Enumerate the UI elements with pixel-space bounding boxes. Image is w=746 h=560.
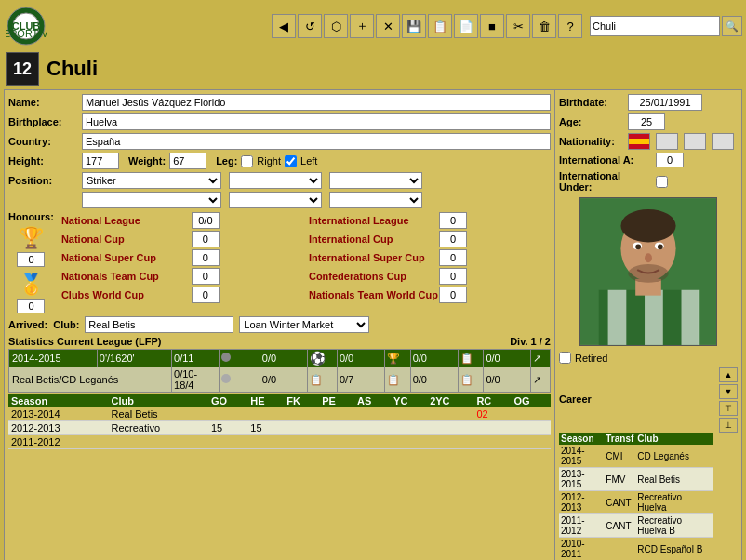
national-super-cup-label: National Super Cup bbox=[61, 252, 192, 263]
team-name: Real Betis/CD Leganés bbox=[9, 367, 172, 393]
position-sub-select1[interactable] bbox=[229, 172, 322, 189]
name-row: Name: bbox=[8, 94, 551, 111]
intl-under-checkbox[interactable] bbox=[656, 176, 668, 188]
name-input[interactable] bbox=[82, 94, 551, 111]
nationals-team-cup-val[interactable] bbox=[192, 268, 220, 285]
toolbar-btn-prev[interactable]: ◀ bbox=[272, 14, 296, 38]
season-cell-two_yc bbox=[427, 407, 473, 421]
intl-super-cup-label: International Super Cup bbox=[309, 252, 439, 263]
toolbar-btn-save1[interactable]: 💾 bbox=[402, 14, 426, 38]
right-leg-checkbox[interactable] bbox=[241, 155, 253, 167]
career-cell-transf: CMI bbox=[604, 445, 635, 468]
national-super-cup-val[interactable] bbox=[192, 249, 220, 266]
svg-point-14 bbox=[635, 244, 641, 249]
toolbar-btn-delete[interactable]: 🗑 bbox=[532, 14, 556, 38]
svg-rect-8 bbox=[608, 290, 627, 345]
svg-point-17 bbox=[628, 264, 668, 283]
toolbar-btn-refresh[interactable]: ↺ bbox=[298, 14, 322, 38]
intl-super-cup-val[interactable] bbox=[439, 249, 467, 266]
nationals-team-world-cup-val[interactable] bbox=[439, 287, 467, 303]
national-cup-val[interactable] bbox=[192, 231, 220, 247]
toolbar-btn-save2[interactable]: 📋 bbox=[428, 14, 452, 38]
toolbar-btn-hex[interactable]: ⬡ bbox=[324, 14, 348, 38]
intl-cup-label: International Cup bbox=[309, 233, 439, 245]
season-cell-og bbox=[512, 421, 551, 435]
svg-rect-9 bbox=[645, 290, 663, 345]
col-fk: FK bbox=[284, 394, 319, 407]
season-cell-as bbox=[354, 421, 391, 435]
season-cell-go bbox=[208, 435, 247, 449]
honours-section: Honours: 🏆 🥇 bbox=[8, 211, 551, 313]
birthplace-label: Birthplace: bbox=[8, 116, 78, 127]
season-cell-club: Recreativo bbox=[108, 421, 207, 435]
career-nav-top[interactable]: ⊤ bbox=[719, 401, 738, 416]
confederations-cup-val[interactable] bbox=[439, 268, 467, 285]
retired-checkbox[interactable] bbox=[559, 352, 571, 364]
toolbar-btn-close[interactable]: ✕ bbox=[376, 14, 400, 38]
intl-under-label: International Under: bbox=[559, 170, 652, 193]
toolbar: CLUB DEPORTIVO ◀ ↺ ⬡ ＋ ✕ 💾 📋 📄 ■ ✂ 🗑 ? 🔍 bbox=[0, 0, 746, 50]
nationality-label: Nationality: bbox=[559, 136, 624, 147]
player-search-input[interactable] bbox=[590, 16, 720, 36]
stat2-2: 0/0 bbox=[260, 367, 307, 393]
toolbar-btn-help[interactable]: ? bbox=[558, 14, 582, 38]
career-nav-bottom[interactable]: ⊥ bbox=[719, 418, 738, 433]
intl-cup-val[interactable] bbox=[439, 231, 467, 247]
age-label: Age: bbox=[559, 116, 624, 127]
player-header: 12 Chuli bbox=[0, 50, 746, 87]
position-extra-select2[interactable] bbox=[229, 192, 322, 208]
club-input[interactable] bbox=[85, 316, 233, 333]
clubs-world-cup-label: Clubs World Cup bbox=[61, 289, 192, 300]
statistics-section: Statistics Current League (LFP) Div. 1 /… bbox=[8, 336, 551, 449]
toolbar-btn-copy[interactable]: 📄 bbox=[454, 14, 478, 38]
season-cell-yc bbox=[391, 435, 427, 449]
loan-select[interactable]: Loan Winter Market bbox=[239, 316, 369, 333]
height-input[interactable] bbox=[82, 153, 119, 169]
season-cell-he bbox=[247, 435, 284, 449]
intl-cup-row: International Cup bbox=[307, 230, 551, 248]
toolbar-btn-stop[interactable]: ■ bbox=[480, 14, 504, 38]
season-history-table: Season Club GO HE FK PE AS YC 2YC RC OG … bbox=[8, 394, 551, 449]
nationals-team-cup-label: Nationals Team Cup bbox=[61, 271, 192, 282]
col-season: Season bbox=[8, 394, 108, 407]
honours-grid: National League National Cup National Su… bbox=[60, 211, 551, 304]
name-label: Name: bbox=[8, 97, 78, 108]
age-input[interactable] bbox=[628, 113, 665, 130]
career-cell-season: 2011-2012 bbox=[559, 514, 604, 538]
stat3-2: 0/7 bbox=[337, 367, 384, 393]
hwl-row: Height: Weight: Leg: Right Left bbox=[8, 153, 551, 169]
birthdate-label: Birthdate: bbox=[559, 97, 624, 108]
position-extra-select1[interactable] bbox=[82, 192, 221, 208]
player-search-button[interactable]: 🔍 bbox=[722, 16, 742, 36]
toolbar-btn-cut[interactable]: ✂ bbox=[506, 14, 530, 38]
weight-input[interactable] bbox=[169, 153, 206, 169]
country-row: Country: bbox=[8, 133, 551, 150]
trophy2-val[interactable] bbox=[17, 299, 45, 313]
career-cell-club: CD Leganés bbox=[635, 445, 713, 468]
left-leg-checkbox[interactable] bbox=[285, 155, 297, 167]
position-select[interactable]: Striker bbox=[82, 172, 221, 189]
career-nav-down[interactable]: ▼ bbox=[719, 384, 738, 399]
intl-league-val[interactable] bbox=[439, 212, 467, 229]
season-cell-rc: 02 bbox=[473, 407, 511, 421]
nationality-extra2 bbox=[684, 133, 706, 150]
national-league-val[interactable] bbox=[192, 212, 220, 229]
national-cup-row: National Cup bbox=[60, 230, 303, 248]
position-extra-select3[interactable] bbox=[329, 192, 422, 208]
career-cell-season: 2012-2013 bbox=[559, 491, 604, 514]
nationals-team-world-cup-row: Nationals Team World Cup bbox=[307, 286, 551, 304]
toolbar-btn-add[interactable]: ＋ bbox=[350, 14, 374, 38]
position-sub-select2[interactable] bbox=[329, 172, 422, 189]
nationality-extra3 bbox=[712, 133, 734, 150]
trophy1-val[interactable] bbox=[17, 252, 45, 267]
season-cell-season: 2013-2014 bbox=[8, 407, 108, 421]
clubs-world-cup-val[interactable] bbox=[192, 287, 220, 303]
career-row: 2010-2011RCD Español B bbox=[559, 538, 713, 561]
col-go: GO bbox=[208, 394, 247, 407]
birthplace-input[interactable] bbox=[82, 113, 551, 130]
country-input[interactable] bbox=[82, 133, 551, 150]
career-nav-up[interactable]: ▲ bbox=[719, 367, 738, 382]
season-cell-pe bbox=[319, 421, 354, 435]
birthdate-input[interactable] bbox=[628, 94, 702, 111]
intl-a-input[interactable] bbox=[656, 153, 684, 167]
